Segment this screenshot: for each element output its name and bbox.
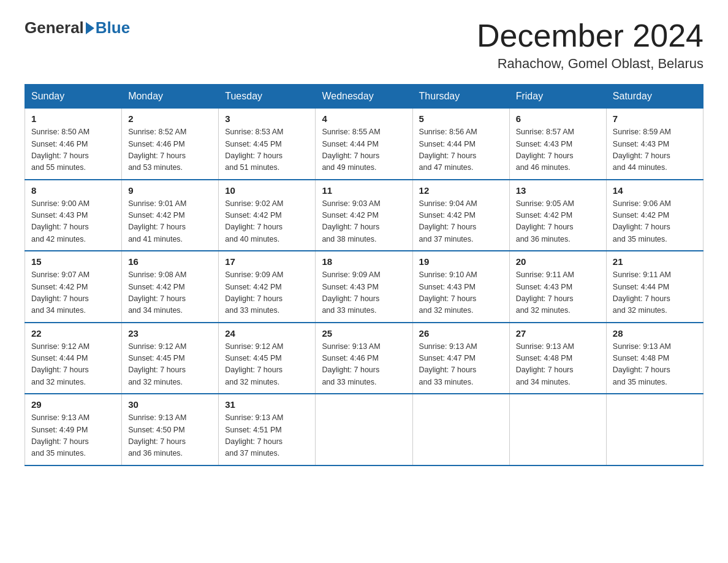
day-number: 25 (322, 328, 406, 339)
day-number: 18 (322, 256, 406, 267)
day-info: Sunrise: 9:12 AM Sunset: 4:45 PM Dayligh… (225, 341, 309, 389)
calendar-header-saturday: Saturday (606, 85, 703, 109)
calendar-cell: 15Sunrise: 9:07 AM Sunset: 4:42 PM Dayli… (25, 251, 122, 323)
day-info: Sunrise: 8:55 AM Sunset: 4:44 PM Dayligh… (322, 126, 406, 174)
calendar-cell: 26Sunrise: 9:13 AM Sunset: 4:47 PM Dayli… (412, 323, 509, 394)
day-number: 6 (516, 113, 600, 124)
day-info: Sunrise: 8:52 AM Sunset: 4:46 PM Dayligh… (128, 126, 212, 174)
day-number: 15 (31, 256, 115, 267)
day-number: 23 (128, 328, 212, 339)
day-info: Sunrise: 9:01 AM Sunset: 4:42 PM Dayligh… (128, 198, 212, 246)
calendar-cell (509, 394, 606, 465)
day-info: Sunrise: 9:08 AM Sunset: 4:42 PM Dayligh… (128, 269, 212, 317)
calendar-cell: 12Sunrise: 9:04 AM Sunset: 4:42 PM Dayli… (412, 180, 509, 251)
month-title: December 2024 (477, 18, 703, 53)
day-info: Sunrise: 8:50 AM Sunset: 4:46 PM Dayligh… (31, 126, 115, 174)
day-number: 7 (613, 113, 697, 124)
day-info: Sunrise: 9:13 AM Sunset: 4:50 PM Dayligh… (128, 412, 212, 460)
day-number: 27 (516, 328, 600, 339)
calendar-cell: 20Sunrise: 9:11 AM Sunset: 4:43 PM Dayli… (509, 251, 606, 323)
day-number: 22 (31, 328, 115, 339)
logo: General Blue (25, 18, 130, 37)
day-number: 11 (322, 185, 406, 196)
calendar-cell: 16Sunrise: 9:08 AM Sunset: 4:42 PM Dayli… (122, 251, 219, 323)
day-number: 9 (128, 185, 212, 196)
calendar-header-tuesday: Tuesday (219, 85, 316, 109)
calendar-header-sunday: Sunday (25, 85, 122, 109)
calendar-header-friday: Friday (509, 85, 606, 109)
calendar-cell: 21Sunrise: 9:11 AM Sunset: 4:44 PM Dayli… (606, 251, 703, 323)
calendar-cell: 28Sunrise: 9:13 AM Sunset: 4:48 PM Dayli… (606, 323, 703, 394)
calendar-cell: 6Sunrise: 8:57 AM Sunset: 4:43 PM Daylig… (509, 109, 606, 180)
location: Rahachow, Gomel Oblast, Belarus (477, 56, 703, 72)
day-number: 13 (516, 185, 600, 196)
day-info: Sunrise: 8:53 AM Sunset: 4:45 PM Dayligh… (225, 126, 309, 174)
day-number: 20 (516, 256, 600, 267)
day-number: 12 (419, 185, 503, 196)
day-number: 10 (225, 185, 309, 196)
calendar-header-monday: Monday (122, 85, 219, 109)
day-info: Sunrise: 9:13 AM Sunset: 4:48 PM Dayligh… (613, 341, 697, 389)
day-number: 26 (419, 328, 503, 339)
logo-arrow-icon (86, 22, 94, 34)
calendar-cell: 1Sunrise: 8:50 AM Sunset: 4:46 PM Daylig… (25, 109, 122, 180)
day-info: Sunrise: 9:06 AM Sunset: 4:42 PM Dayligh… (613, 198, 697, 246)
calendar-cell: 14Sunrise: 9:06 AM Sunset: 4:42 PM Dayli… (606, 180, 703, 251)
calendar-week-row: 15Sunrise: 9:07 AM Sunset: 4:42 PM Dayli… (25, 251, 703, 323)
day-info: Sunrise: 9:10 AM Sunset: 4:43 PM Dayligh… (419, 269, 503, 317)
day-number: 24 (225, 328, 309, 339)
calendar-cell: 19Sunrise: 9:10 AM Sunset: 4:43 PM Dayli… (412, 251, 509, 323)
calendar-cell (316, 394, 412, 465)
calendar-header-thursday: Thursday (412, 85, 509, 109)
calendar-week-row: 1Sunrise: 8:50 AM Sunset: 4:46 PM Daylig… (25, 109, 703, 180)
day-info: Sunrise: 9:02 AM Sunset: 4:42 PM Dayligh… (225, 198, 309, 246)
day-number: 3 (225, 113, 309, 124)
calendar-table: SundayMondayTuesdayWednesdayThursdayFrid… (25, 84, 703, 466)
calendar-week-row: 29Sunrise: 9:13 AM Sunset: 4:49 PM Dayli… (25, 394, 703, 465)
day-number: 1 (31, 113, 115, 124)
calendar-cell: 13Sunrise: 9:05 AM Sunset: 4:42 PM Dayli… (509, 180, 606, 251)
day-info: Sunrise: 9:13 AM Sunset: 4:49 PM Dayligh… (31, 412, 115, 460)
day-info: Sunrise: 9:00 AM Sunset: 4:43 PM Dayligh… (31, 198, 115, 246)
calendar-cell: 11Sunrise: 9:03 AM Sunset: 4:42 PM Dayli… (316, 180, 412, 251)
logo-text: General Blue (25, 18, 130, 37)
day-number: 31 (225, 399, 309, 410)
calendar-cell: 18Sunrise: 9:09 AM Sunset: 4:43 PM Dayli… (316, 251, 412, 323)
day-info: Sunrise: 9:07 AM Sunset: 4:42 PM Dayligh… (31, 269, 115, 317)
day-info: Sunrise: 9:09 AM Sunset: 4:43 PM Dayligh… (322, 269, 406, 317)
day-info: Sunrise: 9:12 AM Sunset: 4:44 PM Dayligh… (31, 341, 115, 389)
calendar-cell: 5Sunrise: 8:56 AM Sunset: 4:44 PM Daylig… (412, 109, 509, 180)
page-header: General Blue December 2024 Rahachow, Gom… (25, 18, 703, 72)
calendar-cell (606, 394, 703, 465)
day-number: 5 (419, 113, 503, 124)
day-number: 30 (128, 399, 212, 410)
day-info: Sunrise: 9:13 AM Sunset: 4:46 PM Dayligh… (322, 341, 406, 389)
calendar-cell: 10Sunrise: 9:02 AM Sunset: 4:42 PM Dayli… (219, 180, 316, 251)
calendar-cell: 25Sunrise: 9:13 AM Sunset: 4:46 PM Dayli… (316, 323, 412, 394)
calendar-week-row: 8Sunrise: 9:00 AM Sunset: 4:43 PM Daylig… (25, 180, 703, 251)
day-info: Sunrise: 9:13 AM Sunset: 4:48 PM Dayligh… (516, 341, 600, 389)
calendar-cell: 4Sunrise: 8:55 AM Sunset: 4:44 PM Daylig… (316, 109, 412, 180)
calendar-cell: 31Sunrise: 9:13 AM Sunset: 4:51 PM Dayli… (219, 394, 316, 465)
calendar-cell: 8Sunrise: 9:00 AM Sunset: 4:43 PM Daylig… (25, 180, 122, 251)
day-info: Sunrise: 8:57 AM Sunset: 4:43 PM Dayligh… (516, 126, 600, 174)
calendar-cell: 22Sunrise: 9:12 AM Sunset: 4:44 PM Dayli… (25, 323, 122, 394)
calendar-cell: 2Sunrise: 8:52 AM Sunset: 4:46 PM Daylig… (122, 109, 219, 180)
day-info: Sunrise: 9:13 AM Sunset: 4:51 PM Dayligh… (225, 412, 309, 460)
day-info: Sunrise: 8:59 AM Sunset: 4:43 PM Dayligh… (613, 126, 697, 174)
calendar-week-row: 22Sunrise: 9:12 AM Sunset: 4:44 PM Dayli… (25, 323, 703, 394)
title-section: December 2024 Rahachow, Gomel Oblast, Be… (477, 18, 703, 72)
logo-blue: Blue (96, 18, 130, 37)
calendar-header-row: SundayMondayTuesdayWednesdayThursdayFrid… (25, 85, 703, 109)
day-number: 8 (31, 185, 115, 196)
day-number: 29 (31, 399, 115, 410)
calendar-cell: 7Sunrise: 8:59 AM Sunset: 4:43 PM Daylig… (606, 109, 703, 180)
calendar-header-wednesday: Wednesday (316, 85, 412, 109)
day-info: Sunrise: 8:56 AM Sunset: 4:44 PM Dayligh… (419, 126, 503, 174)
day-info: Sunrise: 9:05 AM Sunset: 4:42 PM Dayligh… (516, 198, 600, 246)
day-number: 28 (613, 328, 697, 339)
calendar-cell (412, 394, 509, 465)
day-info: Sunrise: 9:13 AM Sunset: 4:47 PM Dayligh… (419, 341, 503, 389)
calendar-cell: 24Sunrise: 9:12 AM Sunset: 4:45 PM Dayli… (219, 323, 316, 394)
calendar-cell: 27Sunrise: 9:13 AM Sunset: 4:48 PM Dayli… (509, 323, 606, 394)
